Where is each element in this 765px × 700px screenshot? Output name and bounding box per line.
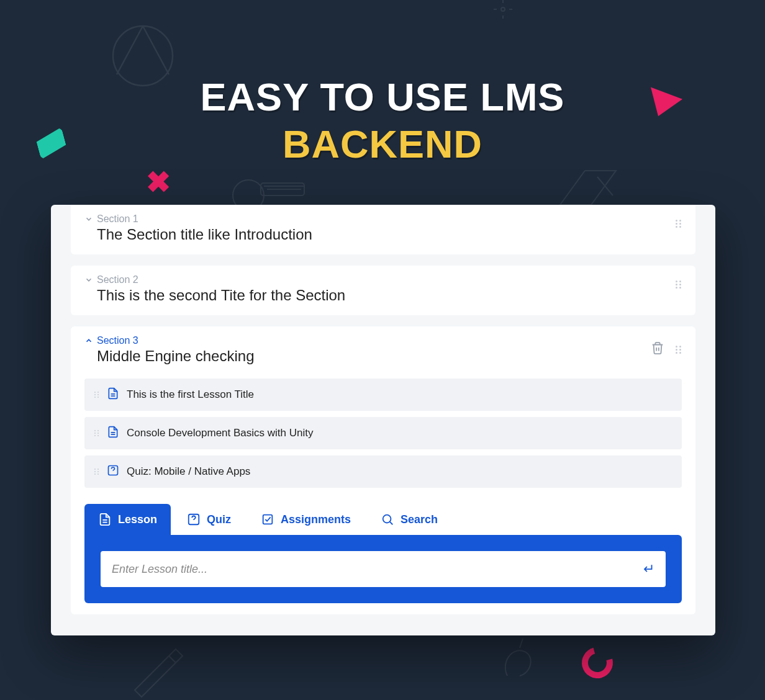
hero-line2: BACKEND <box>0 122 765 166</box>
hero: EASY TO USE LMS BACKEND <box>0 0 765 166</box>
lesson-item[interactable]: Console Development Basics with Unity <box>84 417 682 449</box>
tab-label: Assignments <box>281 513 351 526</box>
lms-card: Section 1 The Section title like Introdu… <box>51 205 715 635</box>
chevron-down-icon[interactable] <box>84 274 97 286</box>
lessons-list: This is the first Lesson Title Console D… <box>84 379 682 488</box>
section-title: The Section title like Introduction <box>97 226 676 243</box>
lesson-input-panel: ↵ <box>84 535 682 603</box>
decoration-pink-x: ✖ <box>146 164 171 199</box>
svg-rect-6 <box>263 515 273 524</box>
section-label: Section 3 <box>97 335 651 346</box>
tab-label: Search <box>401 513 438 526</box>
lesson-title: This is the first Lesson Title <box>127 388 254 401</box>
drag-handle-icon[interactable] <box>94 392 99 398</box>
hero-title: EASY TO USE LMS BACKEND <box>0 74 765 166</box>
lesson-title-input[interactable] <box>112 563 643 576</box>
chevron-up-icon[interactable] <box>84 335 97 347</box>
lesson-item[interactable]: This is the first Lesson Title <box>84 379 682 411</box>
section-2[interactable]: Section 2 This is the second Tite for th… <box>71 266 695 315</box>
lesson-item[interactable]: Quiz: Mobile / Native Apps <box>84 455 682 488</box>
tab-label: Quiz <box>207 513 231 526</box>
document-icon <box>107 426 119 441</box>
section-label: Section 1 <box>97 213 676 225</box>
drag-handle-icon[interactable] <box>676 346 682 354</box>
drag-handle-icon[interactable] <box>94 469 99 475</box>
svg-point-7 <box>383 515 391 523</box>
tab-lesson[interactable]: Lesson <box>84 504 171 535</box>
tab-assignments[interactable]: Assignments <box>247 504 364 535</box>
lesson-title: Quiz: Mobile / Native Apps <box>127 465 250 478</box>
section-title: This is the second Tite for the Section <box>97 287 676 304</box>
section-title: Middle Engine checking <box>97 348 651 365</box>
drag-handle-icon[interactable] <box>676 220 682 228</box>
lesson-title-input-wrap: ↵ <box>101 551 666 587</box>
tab-quiz[interactable]: Quiz <box>173 504 245 535</box>
enter-icon[interactable]: ↵ <box>643 561 654 577</box>
tab-label: Lesson <box>118 513 157 526</box>
trash-icon[interactable] <box>651 341 664 357</box>
lesson-title: Console Development Basics with Unity <box>127 427 313 439</box>
section-3[interactable]: Section 3 Middle Engine checking This is… <box>71 326 695 614</box>
drag-handle-icon[interactable] <box>676 280 682 289</box>
section-label: Section 2 <box>97 274 676 285</box>
document-icon <box>107 387 119 402</box>
chevron-down-icon[interactable] <box>84 213 97 225</box>
section-1[interactable]: Section 1 The Section title like Introdu… <box>71 205 695 254</box>
content-tabs: Lesson Quiz Assignments Search <box>84 504 682 535</box>
quiz-icon <box>107 464 119 479</box>
drag-handle-icon[interactable] <box>94 430 99 436</box>
decoration-red-ring <box>576 642 618 684</box>
hero-line1: EASY TO USE LMS <box>201 75 565 119</box>
tab-search[interactable]: Search <box>367 504 451 535</box>
